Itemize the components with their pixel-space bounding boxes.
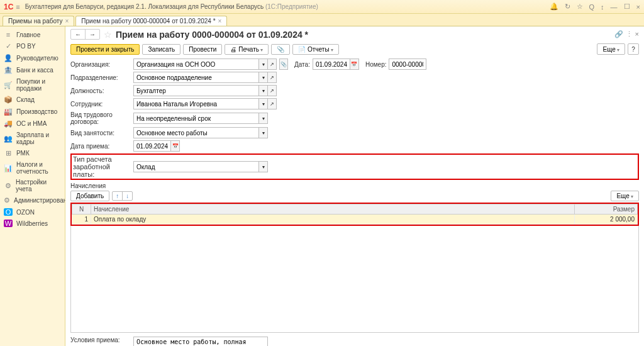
person-icon: 👤 [4,54,13,62]
print-button[interactable]: 🖨 Печать [225,44,269,55]
dropdown-icon[interactable]: ▾ [259,98,268,109]
col-n[interactable]: N [72,204,91,215]
document-title: Прием на работу 0000-000004 от 01.09.202… [116,30,308,40]
contract-input[interactable] [133,113,259,124]
pos-label: Должность: [70,87,133,94]
org-input[interactable] [133,59,259,70]
dropdown-icon[interactable]: ▾ [259,85,268,96]
org-label: Организация: [70,61,133,68]
salarytype-input[interactable] [133,161,259,172]
dropdown-icon[interactable]: ▾ [259,59,268,70]
sidebar-item-trade[interactable]: 🛒Покупки и продажи [0,76,65,94]
sidebar-item-admin[interactable]: ⚙Администрирование [0,194,65,206]
tools-icon[interactable]: ↕ [601,3,604,11]
more-button[interactable]: Еще [597,43,625,55]
bell-icon[interactable]: 🔔 [550,3,558,11]
wb-icon: W [4,220,13,227]
date-label: Дата: [294,61,310,68]
sidebar-item-production[interactable]: 🏭Производство [0,106,65,118]
col-accrual[interactable]: Начисление [91,204,575,215]
emptype-label: Вид занятости: [70,130,133,137]
history-icon[interactable]: ↻ [565,3,570,11]
favorite-star-icon[interactable]: ☆ [104,30,112,40]
salarytype-row-highlight: Тип расчета заработной платы: ▾ [70,153,639,180]
close-doc-icon[interactable]: × [635,30,639,38]
sidebar-item-warehouse[interactable]: 📦Склад [0,94,65,106]
attach-button[interactable]: 📎 [271,44,290,55]
grid-icon: ⊞ [4,149,13,157]
close-icon[interactable]: × [636,3,640,11]
menu-icon[interactable]: ≡ [16,3,19,11]
dropdown-icon[interactable]: ▾ [259,161,268,172]
sidebar-item-manager[interactable]: 👤Руководителю [0,52,65,64]
titlebar: 1C ≡ Бухгалтерия для Беларуси, редакция … [0,0,644,14]
dropdown-icon[interactable]: ▾ [259,113,268,124]
people-icon: 👥 [4,135,13,143]
dropdown-icon[interactable]: ▾ [259,127,268,138]
app-logo: 1C [4,3,13,11]
link-icon[interactable]: 🔗 [614,30,623,38]
open-icon[interactable]: ↗ [268,59,277,70]
forward-button[interactable]: → [86,30,99,39]
home-icon: ≡ [4,31,13,38]
sidebar-item-wb[interactable]: WWildberries [0,218,65,229]
num-input[interactable] [389,59,426,70]
restore-icon[interactable]: ☐ [624,3,630,11]
calendar-icon[interactable]: 📅 [171,140,180,152]
write-button[interactable]: Записать [142,44,180,55]
bank-icon: 🏦 [4,66,13,74]
post-button[interactable]: Провести [183,44,222,55]
table-row[interactable]: 1 Оплата по окладу 2 000,00 [72,215,638,225]
tab-list[interactable]: Приемы на работу× [3,16,74,26]
help-button[interactable]: ? [628,43,639,55]
accruals-section-label: Начисления [70,182,639,189]
sidebar-item-tax[interactable]: 📊Налоги и отчетность [0,159,65,177]
contract-label: Вид трудового договора: [70,111,133,125]
tab-close-icon[interactable]: × [218,18,222,25]
more-icon[interactable]: ⋮ [626,30,633,38]
move-down-icon[interactable]: ↓ [123,192,132,200]
move-up-icon[interactable]: ↑ [113,192,123,200]
search-icon[interactable]: Q [589,3,595,11]
cond-textarea[interactable]: Основное место работы, полная занятость [133,337,268,346]
sidebar-item-settings[interactable]: ⚙Настройки учета [0,177,65,194]
minimize-icon[interactable]: — [611,3,618,11]
paperclip-icon[interactable]: 📎 [279,59,288,70]
add-button[interactable]: Добавить [70,191,109,201]
star-icon[interactable]: ☆ [577,3,583,11]
tab-document[interactable]: Прием на работу 0000-000004 от 01.09.202… [75,16,227,26]
sidebar-item-rmk[interactable]: ⊞РМК [0,147,65,159]
table-more-button[interactable]: Еще [611,191,639,201]
hiredate-input[interactable] [133,140,171,152]
app-title: Бухгалтерия для Беларуси, редакция 2.1. … [25,3,550,10]
emptype-input[interactable] [133,127,259,138]
sidebar: ≡Главное ✓PO BY 👤Руководителю 🏦Банк и ка… [0,26,65,346]
sidebar-item-poby[interactable]: ✓PO BY [0,40,65,52]
sidebar-item-assets[interactable]: 🚚ОС и НМА [0,118,65,130]
sidebar-item-bank[interactable]: 🏦Банк и касса [0,64,65,76]
ozon-icon: O [4,208,13,216]
dep-input[interactable] [133,72,259,83]
post-close-button[interactable]: Провести и закрыть [70,44,140,55]
num-label: Номер: [365,61,387,68]
dropdown-icon[interactable]: ▾ [259,72,268,83]
sidebar-item-main[interactable]: ≡Главное [0,29,65,40]
tabbar: Приемы на работу× Прием на работу 0000-0… [0,14,644,26]
open-icon[interactable]: ↗ [268,85,277,96]
sidebar-item-ozon[interactable]: OOZON [0,206,65,218]
back-button[interactable]: ← [71,30,86,39]
calendar-icon[interactable]: 📅 [350,59,359,70]
gear-icon: ⚙ [4,196,10,204]
hiredate-label: Дата приема: [70,143,133,150]
table-empty-area[interactable] [70,226,639,333]
tab-close-icon[interactable]: × [65,18,69,25]
col-size[interactable]: Размер [575,204,638,215]
open-icon[interactable]: ↗ [268,72,277,83]
open-icon[interactable]: ↗ [268,98,277,109]
sidebar-item-hr[interactable]: 👥Зарплата и кадры [0,130,65,147]
accruals-table: N Начисление Размер 1 Оплата по окладу 2… [72,204,638,225]
reports-button[interactable]: 📄 Отчеты [292,44,339,55]
date-input[interactable] [313,59,350,70]
emp-input[interactable] [133,98,259,109]
pos-input[interactable] [133,85,259,96]
